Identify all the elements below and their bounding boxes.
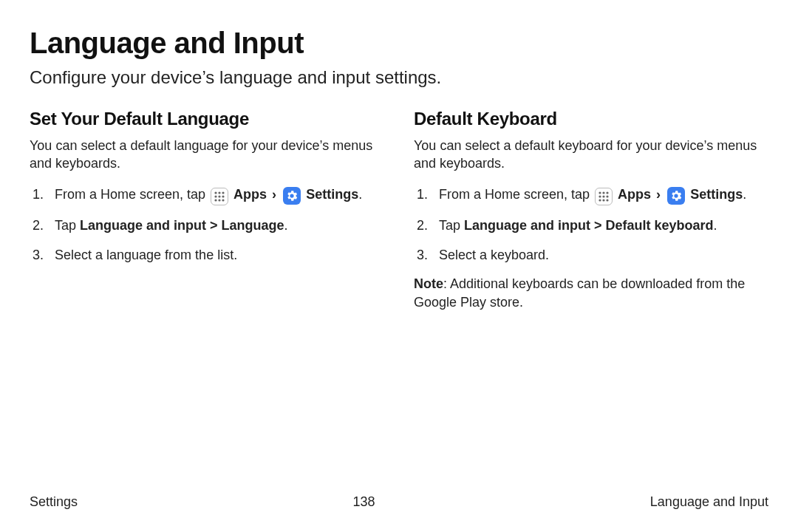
svg-point-13	[602, 195, 604, 197]
settings-gear-icon	[283, 187, 301, 205]
steps-default-keyboard: From a Home screen, tap Apps › Settings.…	[414, 185, 768, 265]
svg-point-10	[602, 191, 604, 194]
settings-label: Settings	[306, 187, 358, 202]
page-title: Language and Input	[30, 27, 768, 60]
column-default-language: Set Your Default Language You can select…	[30, 109, 384, 312]
svg-point-7	[218, 199, 220, 201]
step-text: Tap	[55, 218, 80, 233]
svg-point-8	[222, 199, 224, 201]
apps-grid-icon	[211, 188, 228, 205]
svg-point-0	[214, 191, 216, 194]
settings-label: Settings	[690, 187, 743, 202]
column-default-keyboard: Default Keyboard You can select a defaul…	[414, 109, 768, 312]
step-text: Tap	[439, 218, 464, 233]
note-label: Note	[414, 276, 443, 291]
page-subtitle: Configure your device’s language and inp…	[30, 67, 768, 88]
page-footer: Settings 138 Language and Input	[30, 494, 768, 510]
step-bold: Language and input > Default keyboard	[464, 218, 714, 233]
chevron-separator: ›	[270, 187, 278, 202]
step-item: Select a keyboard.	[414, 245, 768, 265]
punct: .	[743, 187, 746, 202]
content-columns: Set Your Default Language You can select…	[30, 109, 768, 312]
punct: .	[714, 218, 717, 233]
svg-point-9	[598, 191, 601, 194]
svg-point-5	[222, 195, 224, 197]
svg-point-1	[218, 191, 220, 194]
footer-left: Settings	[30, 494, 78, 510]
note-body: : Additional keyboards can be downloaded…	[414, 276, 745, 310]
step-bold: Language and input > Language	[80, 218, 284, 233]
apps-label: Apps	[618, 187, 651, 202]
heading-default-keyboard: Default Keyboard	[414, 109, 768, 129]
punct: .	[358, 187, 362, 202]
apps-grid-icon	[595, 188, 613, 205]
step-item: From a Home screen, tap Apps › Settings.	[30, 185, 384, 205]
step-text: From a Home screen, tap	[439, 187, 593, 202]
note-additional-keyboards: Note: Additional keyboards can be downlo…	[414, 275, 768, 312]
footer-page-number: 138	[352, 494, 375, 510]
svg-point-3	[214, 195, 216, 197]
punct: .	[284, 218, 288, 233]
intro-default-keyboard: You can select a default keyboard for yo…	[414, 137, 768, 173]
settings-gear-icon	[667, 187, 685, 205]
chevron-separator: ›	[655, 187, 662, 202]
apps-label: Apps	[233, 187, 267, 202]
step-text: From a Home screen, tap	[55, 187, 209, 202]
svg-point-14	[606, 195, 608, 197]
step-item: Tap Language and input > Language.	[30, 216, 384, 235]
step-item: From a Home screen, tap Apps › Settings.	[414, 185, 768, 205]
heading-default-language: Set Your Default Language	[30, 109, 384, 129]
svg-point-6	[214, 199, 216, 201]
svg-point-15	[598, 199, 601, 201]
steps-default-language: From a Home screen, tap Apps › Settings.…	[30, 185, 384, 265]
svg-point-4	[218, 195, 220, 197]
svg-point-16	[602, 199, 604, 201]
footer-right: Language and Input	[650, 494, 768, 510]
step-item: Tap Language and input > Default keyboar…	[414, 216, 768, 235]
step-item: Select a language from the list.	[30, 245, 384, 265]
svg-point-17	[606, 199, 608, 201]
intro-default-language: You can select a default language for yo…	[30, 137, 384, 173]
svg-point-12	[598, 195, 601, 197]
svg-point-11	[606, 191, 608, 194]
svg-point-2	[222, 191, 224, 194]
